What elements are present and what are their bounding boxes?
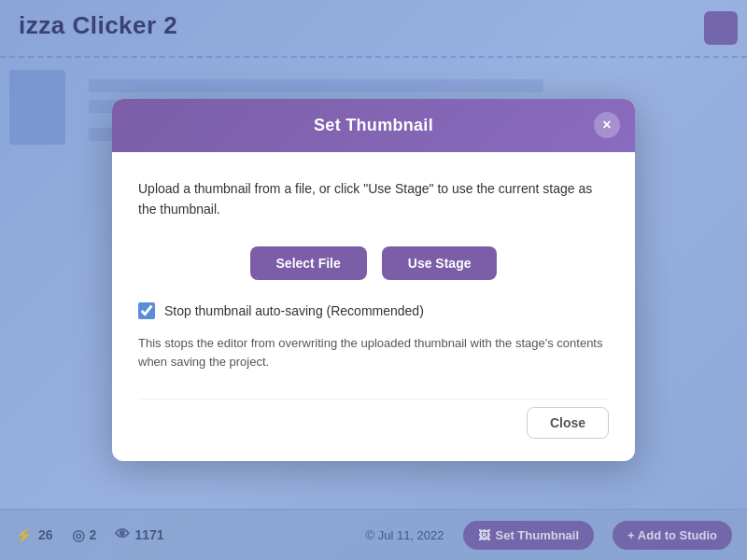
select-file-button[interactable]: Select File: [250, 246, 367, 280]
set-thumbnail-modal: Set Thumbnail × Upload a thumbnail from …: [112, 99, 635, 461]
modal-header: Set Thumbnail ×: [112, 99, 635, 152]
modal-description: Upload a thumbnail from a file, or click…: [138, 178, 609, 220]
autosave-checkbox[interactable]: [138, 302, 155, 319]
use-stage-button[interactable]: Use Stage: [382, 246, 498, 280]
autosave-label: Stop thumbnail auto-saving (Recommended): [164, 303, 424, 318]
autosave-checkbox-row: Stop thumbnail auto-saving (Recommended): [138, 302, 609, 319]
modal-note: This stops the editor from overwriting t…: [138, 334, 609, 373]
modal-overlay: Set Thumbnail × Upload a thumbnail from …: [0, 0, 747, 560]
modal-action-buttons: Select File Use Stage: [138, 246, 609, 280]
modal-close-button[interactable]: ×: [594, 112, 620, 138]
modal-footer: Close: [138, 399, 609, 439]
close-button[interactable]: Close: [527, 407, 609, 439]
modal-title: Set Thumbnail: [314, 116, 433, 135]
modal-body: Upload a thumbnail from a file, or click…: [112, 152, 635, 461]
